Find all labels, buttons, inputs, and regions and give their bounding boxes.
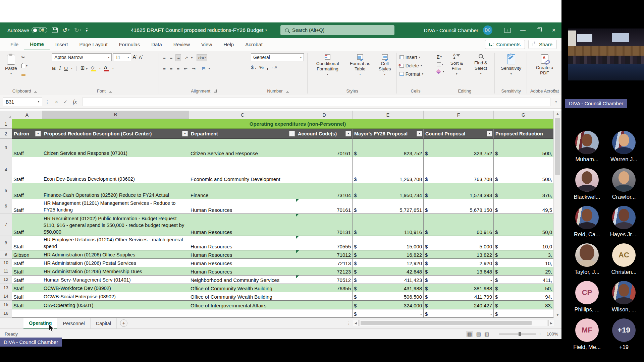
column-header-f[interactable]: F — [424, 111, 494, 119]
participant-tile[interactable]: MFField, Me... — [569, 318, 605, 350]
column-header-c[interactable]: C — [189, 111, 296, 119]
participant-tile[interactable]: Crawfor... — [605, 168, 642, 200]
cell-council-proposal[interactable]: $323,752 — [424, 139, 494, 157]
cell-proposed-reduction[interactable]: $ — [494, 309, 553, 318]
cell-mayor-proposal[interactable]: $15,000 — [353, 236, 424, 250]
column-header-d[interactable]: D — [296, 111, 353, 119]
number-format-select[interactable]: General▾ — [251, 53, 304, 61]
row-number[interactable]: 10 — [0, 259, 12, 267]
font-size-select[interactable]: 11▾ — [113, 53, 131, 61]
alignment-dialog-launcher-icon[interactable] — [214, 89, 217, 93]
row-number[interactable]: 5 — [0, 183, 12, 199]
tab-help[interactable]: Help — [218, 39, 239, 50]
cell-description[interactable]: HR Administration (01206) Membership Due… — [42, 267, 189, 276]
row-number[interactable]: 9 — [0, 250, 12, 259]
cell-council-proposal[interactable]: $5,000 — [424, 236, 494, 250]
cell-mayor-proposal[interactable]: $110,916 — [353, 214, 424, 236]
header-proposed-reduction[interactable]: Proposed Reduction — [494, 129, 553, 139]
quick-access-customize-icon[interactable]: ▾ — [86, 28, 88, 33]
cell-council-proposal[interactable]: $- — [424, 309, 494, 318]
cell-patron[interactable]: Staff — [12, 301, 42, 309]
fill-color-icon[interactable]: ◇ — [91, 65, 96, 72]
cell-department[interactable]: Human Resources — [189, 236, 296, 250]
row-number[interactable]: 6 — [0, 199, 12, 214]
sheet-tab-personnel[interactable]: Personnel — [57, 318, 90, 328]
align-bottom-icon[interactable]: ≡ — [175, 54, 181, 61]
tab-acrobat[interactable]: Acrobat — [239, 39, 268, 50]
underline-button[interactable]: U — [64, 65, 68, 71]
cell-proposed-reduction[interactable]: $50, — [494, 284, 553, 292]
cell-mayor-proposal[interactable]: $- — [353, 309, 424, 318]
horizontal-scrollbar[interactable] — [360, 320, 547, 326]
cell-proposed-reduction[interactable]: $500, — [494, 139, 553, 157]
page-layout-view-icon[interactable]: ▤ — [476, 331, 481, 337]
cell-patron[interactable]: Staff — [12, 183, 42, 199]
participant-tile[interactable]: Wilson, ... — [605, 281, 642, 313]
column-header-e[interactable]: E — [353, 111, 424, 119]
cell-proposed-reduction[interactable]: $411, — [494, 276, 553, 284]
minimize-button[interactable]: — — [515, 22, 531, 38]
cell-department[interactable]: Human Resources — [189, 267, 296, 276]
format-painter-button[interactable] — [21, 71, 28, 77]
align-right-icon[interactable]: ≡ — [175, 65, 180, 72]
tab-page-layout[interactable]: Page Layout — [73, 39, 113, 50]
font-color-icon[interactable]: A — [104, 65, 109, 72]
cell-department[interactable]: Human Resources — [189, 250, 296, 259]
cell-patron[interactable]: Staff — [12, 139, 42, 157]
row-number[interactable]: 1 — [0, 119, 12, 129]
cell-patron[interactable] — [12, 309, 42, 318]
document-title[interactable]: 41625 DRAFT Council proposed reductions-… — [131, 27, 267, 33]
cancel-entry-icon[interactable]: × — [55, 99, 58, 105]
merge-center-icon[interactable]: ⊟ — [201, 65, 207, 72]
cell-account-code[interactable]: 76355 — [296, 284, 353, 292]
italic-button[interactable]: I — [59, 65, 61, 71]
cell-council-proposal[interactable]: $2,920 — [424, 259, 494, 267]
row-number[interactable]: 12 — [0, 276, 12, 284]
participant-tile[interactable]: Reid, Ca... — [569, 206, 605, 238]
column-header-a[interactable]: A — [12, 111, 42, 119]
cell-department[interactable] — [189, 309, 296, 318]
new-sheet-button[interactable]: + — [120, 319, 127, 327]
create-pdf-button[interactable]: Create a PDF — [530, 53, 559, 76]
cell-proposed-reduction[interactable]: $49,5 — [494, 199, 553, 214]
cell-mayor-proposal[interactable]: $1,263,708 — [353, 157, 424, 183]
cut-button[interactable]: ✂ — [21, 54, 28, 61]
participant-tile[interactable]: Muham... — [569, 131, 605, 163]
scroll-left-icon[interactable]: ◀ — [353, 320, 359, 326]
align-center-icon[interactable]: ≡ — [169, 65, 174, 72]
cell-mayor-proposal[interactable]: $16,822 — [353, 250, 424, 259]
popout-window-button[interactable]: ↑ — [500, 22, 515, 38]
currency-format-icon[interactable]: $ ▾ — [251, 65, 256, 70]
zoom-slider-thumb[interactable] — [519, 332, 521, 336]
borders-icon[interactable]: ⊞ ▾ — [80, 65, 88, 71]
cell-patron[interactable]: Staff — [12, 292, 42, 301]
scroll-up-icon[interactable]: ▲ — [556, 112, 559, 115]
cell-department[interactable]: Office of Intergovernmental Affairs — [189, 301, 296, 309]
cell-council-proposal[interactable]: $411,799 — [424, 292, 494, 301]
cell-proposed-reduction[interactable]: $50,0 — [494, 214, 553, 236]
zoom-level[interactable]: 100% — [544, 331, 558, 337]
sensitivity-button[interactable]: Sensitivity▾ — [498, 53, 524, 76]
filter-icon[interactable]: ▼ — [35, 131, 41, 136]
cell-account-code[interactable] — [296, 309, 353, 318]
cell-account-code[interactable]: 70555 — [296, 236, 353, 250]
bold-button[interactable]: B — [52, 65, 56, 71]
paste-button[interactable]: Paste▾ — [3, 53, 19, 76]
participant-tile[interactable]: Warren J... — [605, 131, 642, 163]
cell-patron[interactable]: Staff — [12, 214, 42, 236]
cell-description[interactable]: OIA-Operating (05601) — [42, 301, 189, 309]
cell-department[interactable]: Neighborhood and Community Services — [189, 276, 296, 284]
zoom-slider[interactable] — [499, 334, 536, 335]
row-number[interactable]: 2 — [0, 129, 12, 139]
cell-account-code[interactable]: 70161 — [296, 199, 353, 214]
cell-description[interactable]: HR Administration (01206) Office Supplie… — [42, 250, 189, 259]
cell-mayor-proposal[interactable]: $506,500 — [353, 292, 424, 301]
cell-mayor-proposal[interactable]: $411,423 — [353, 276, 424, 284]
tab-insert[interactable]: Insert — [50, 39, 74, 50]
cell-styles-button[interactable]: Cell Styles▾ — [375, 53, 394, 77]
cell-description[interactable]: HR Administration (01206) Postal Service… — [42, 259, 189, 267]
delete-cells-button[interactable]: Delete▾ — [399, 62, 422, 69]
number-dialog-launcher-icon[interactable] — [286, 89, 289, 93]
account-avatar[interactable]: DC — [483, 25, 492, 35]
orientation-icon[interactable]: ↗ — [183, 55, 189, 61]
